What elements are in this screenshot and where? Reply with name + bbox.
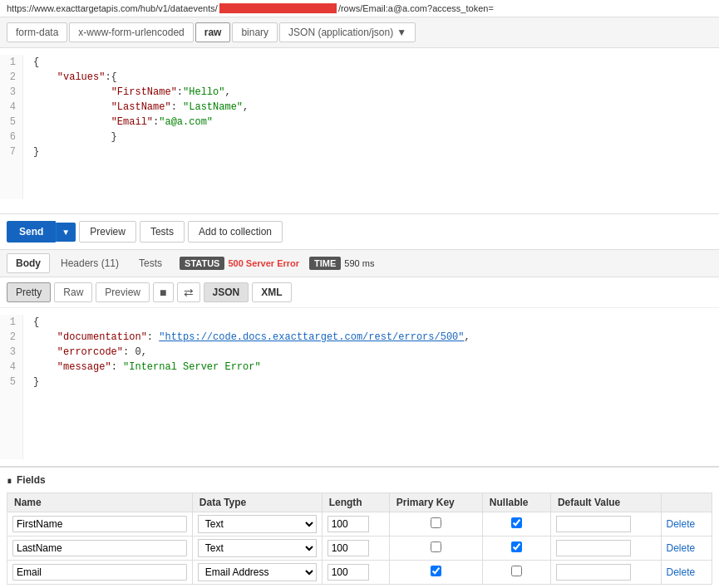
resp-pretty-button[interactable]: Pretty [7,282,51,302]
url-prefix: https://www.exacttargetapis.com/hub/v1/d… [7,3,218,13]
status-badge: STATUS 500 Server Error TIME 590 ms [180,257,374,270]
fields-title: Fields [17,474,46,486]
url-redacted [219,3,337,13]
action-bar: Send ▼ Preview Tests Add to collection [0,214,719,250]
request-code: { "values":{ "FirstName":"Hello", "LastN… [23,55,719,199]
request-body: 1234567 { "values":{ "FirstName":"Hello"… [0,48,719,214]
response-code: 12345 { "documentation": "https://code.d… [0,308,719,467]
field-type-select[interactable]: TextEmail AddressNumberDateBoolean [198,539,317,557]
field-length-input[interactable] [327,516,369,532]
resp-raw-button[interactable]: Raw [54,282,92,302]
tab-form-data[interactable]: form-data [7,22,67,42]
fields-section: ∎ Fields Name Data Type Length Primary K… [0,467,719,588]
add-to-collection-button[interactable]: Add to collection [188,221,283,243]
col-default-value: Default Value [550,493,661,512]
line-numbers: 1234567 [0,55,23,199]
field-pk-checkbox[interactable] [431,517,441,528]
tab-raw[interactable]: raw [195,22,231,42]
col-primary-key: Primary Key [389,493,482,512]
tab-json-dropdown[interactable]: JSON (application/json) ▼ [279,22,416,42]
col-name: Name [7,493,193,512]
resp-wrap-icon[interactable]: ⇄ [177,282,200,302]
delete-row-link[interactable]: Delete [667,518,696,530]
field-length-input[interactable] [327,540,369,556]
col-nullable: Nullable [482,493,550,512]
request-tab-bar: form-data x-www-form-urlencoded raw bina… [0,17,719,48]
fields-table: Name Data Type Length Primary Key Nullab… [7,492,712,585]
resp-code-content: { "documentation": "https://code.docs.ex… [23,315,719,459]
collapse-icon: ∎ [7,476,12,485]
url-suffix: /rows/Email:a@a.com?access_token= [338,3,494,13]
field-nullable-checkbox[interactable] [511,541,522,552]
field-type-select[interactable]: TextEmail AddressNumberDateBoolean [198,515,317,533]
field-type-select[interactable]: TextEmail AddressNumberDateBoolean [198,563,317,581]
field-name-input[interactable] [12,564,187,581]
col-length: Length [322,493,389,512]
delete-row-link[interactable]: Delete [667,566,696,578]
field-default-input[interactable] [556,564,631,581]
tab-body[interactable]: Body [7,253,50,273]
field-name-input[interactable] [12,540,187,556]
resp-xml-button[interactable]: XML [252,282,291,302]
delete-row-link[interactable]: Delete [667,542,696,554]
field-default-input[interactable] [556,516,631,532]
url-bar: https://www.exacttargetapis.com/hub/v1/d… [0,0,719,17]
field-length-input[interactable] [327,564,369,581]
field-nullable-checkbox[interactable] [511,517,522,528]
send-dropdown-arrow[interactable]: ▼ [56,223,76,242]
field-name-input[interactable] [12,516,187,532]
tab-binary[interactable]: binary [232,22,278,42]
field-nullable-checkbox[interactable] [511,566,522,576]
col-actions [661,493,712,512]
table-row: TextEmail AddressNumberDateBooleanDelete [7,512,712,537]
resp-json-button[interactable]: JSON [204,282,249,302]
status-label: STATUS [180,257,224,270]
chevron-down-icon: ▼ [396,27,406,38]
table-row: TextEmail AddressNumberDateBooleanDelete [7,537,712,561]
col-data-type: Data Type [192,493,322,512]
fields-header[interactable]: ∎ Fields [7,474,712,486]
table-row: TextEmail AddressNumberDateBooleanDelete [7,561,712,585]
response-tab-bar: Body Headers (11) Tests STATUS 500 Serve… [0,250,719,277]
preview-button[interactable]: Preview [79,221,136,243]
resp-preview-button[interactable]: Preview [96,282,150,302]
field-default-input[interactable] [556,540,631,556]
field-pk-checkbox[interactable] [431,541,441,552]
time-label: TIME [309,257,341,270]
resp-copy-icon[interactable]: ■ [153,282,173,302]
tests-button[interactable]: Tests [140,221,185,243]
send-button-group: Send ▼ [7,221,76,243]
tab-tests[interactable]: Tests [130,253,171,273]
resp-line-numbers: 12345 [0,315,23,459]
status-value: 500 Server Error [228,258,299,268]
time-value: 590 ms [344,258,374,268]
tab-urlencoded[interactable]: x-www-form-urlencoded [69,22,193,42]
send-button[interactable]: Send [7,221,56,243]
response-toolbar: Pretty Raw Preview ■ ⇄ JSON XML [0,277,719,308]
tab-headers[interactable]: Headers (11) [52,253,128,273]
field-pk-checkbox[interactable] [431,566,441,576]
